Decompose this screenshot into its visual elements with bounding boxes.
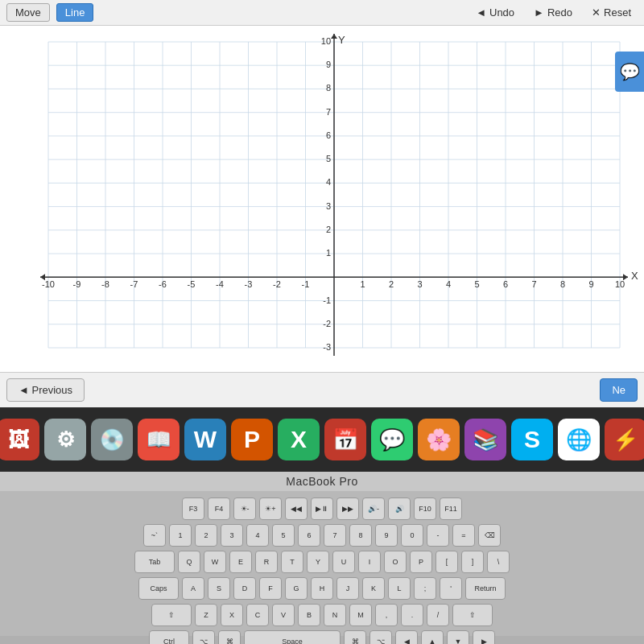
dock-icon-9[interactable]: 🌸	[418, 419, 460, 460]
key-F10[interactable]: F10	[414, 497, 436, 520]
next-button[interactable]: Ne	[600, 378, 638, 402]
key-D[interactable]: D	[233, 577, 256, 600]
dock-icon-8[interactable]: 💬	[371, 419, 413, 460]
key-0[interactable]: 0	[401, 524, 423, 547]
key-T[interactable]: T	[281, 551, 303, 573]
key-E[interactable]: E	[229, 551, 252, 573]
key-W[interactable]: W	[204, 551, 226, 573]
key-M[interactable]: M	[349, 604, 372, 626]
key-[interactable]: -	[427, 524, 449, 547]
key-6[interactable]: 6	[298, 524, 320, 547]
chat-icon: 💬	[620, 62, 640, 81]
dock-icon-11[interactable]: S	[511, 419, 553, 460]
key-K[interactable]: K	[362, 577, 385, 600]
key-Space[interactable]: Space	[244, 630, 341, 644]
dock-icon-3[interactable]: 📖	[138, 419, 180, 460]
key-Caps[interactable]: Caps	[138, 577, 179, 600]
key-Ctrl[interactable]: Ctrl	[149, 630, 189, 644]
key-F3[interactable]: F3	[182, 497, 204, 520]
key-[interactable]: =	[452, 524, 475, 547]
key-4[interactable]: 4	[246, 524, 269, 547]
dock-icon-2[interactable]: 💿	[91, 419, 133, 460]
key-F[interactable]: F	[259, 577, 282, 600]
previous-button[interactable]: ◄ Previous	[6, 378, 85, 402]
key-G[interactable]: G	[285, 577, 308, 600]
key-[interactable]: ,	[375, 604, 398, 626]
key-[interactable]: ▶⏸	[311, 497, 333, 520]
key-8[interactable]: 8	[349, 524, 372, 547]
key-S[interactable]: S	[208, 577, 230, 600]
key-[interactable]: ~`	[143, 524, 166, 547]
key-[interactable]: ▶▶	[336, 497, 359, 520]
undo-button[interactable]: ◄ Undo	[469, 4, 521, 21]
key-C[interactable]: C	[246, 604, 269, 626]
key-[interactable]: ☀+	[259, 497, 282, 520]
key-[interactable]: ⌘	[344, 630, 366, 644]
dock-icon-4[interactable]: W	[184, 419, 226, 460]
key-[interactable]: ⌥	[369, 630, 392, 644]
key-[interactable]: ◀◀	[285, 497, 308, 520]
key-Q[interactable]: Q	[178, 551, 200, 573]
key-Z[interactable]: Z	[195, 604, 217, 626]
key-2[interactable]: 2	[195, 524, 217, 547]
key-[interactable]: 🔊-	[362, 497, 385, 520]
key-[interactable]: ▲	[421, 630, 444, 644]
dock-icon-0[interactable]: 🖼	[0, 419, 39, 460]
dock-icon-6[interactable]: X	[278, 419, 320, 460]
key-[interactable]: ⌫	[478, 524, 501, 547]
key-U[interactable]: U	[332, 551, 355, 573]
key-[interactable]: ⌥	[192, 630, 215, 644]
key-3[interactable]: 3	[221, 524, 243, 547]
key-O[interactable]: O	[384, 551, 407, 573]
key-[interactable]: ◀	[395, 630, 418, 644]
key-B[interactable]: B	[298, 604, 320, 626]
key-Tab[interactable]: Tab	[134, 551, 175, 573]
dock-icon-7[interactable]: 📅	[324, 419, 366, 460]
key-[interactable]: ☀-	[233, 497, 256, 520]
dock-icon-1[interactable]: ⚙	[44, 419, 86, 460]
key-[interactable]: ⇧	[452, 604, 493, 626]
key-[interactable]: ▶	[473, 630, 495, 644]
key-Return[interactable]: Return	[465, 577, 506, 600]
key-[interactable]: \	[487, 551, 510, 573]
key-A[interactable]: A	[182, 577, 204, 600]
graph-area[interactable]: 💬	[0, 26, 644, 372]
key-[interactable]: ⌘	[218, 630, 241, 644]
key-X[interactable]: X	[221, 604, 243, 626]
chat-button[interactable]: 💬	[615, 52, 644, 92]
key-N[interactable]: N	[324, 604, 346, 626]
key-[interactable]: ]	[461, 551, 484, 573]
key-1[interactable]: 1	[169, 524, 192, 547]
dock-icon-5[interactable]: P	[231, 419, 273, 460]
key-[interactable]: ;	[414, 577, 436, 600]
key-[interactable]: ▼	[447, 630, 469, 644]
key-L[interactable]: L	[388, 577, 411, 600]
key-Y[interactable]: Y	[307, 551, 329, 573]
key-[interactable]: .	[401, 604, 423, 626]
dock-icon-12[interactable]: 🌐	[558, 419, 600, 460]
dock-icon-10[interactable]: 📚	[464, 419, 506, 460]
coordinate-graph[interactable]	[0, 26, 644, 372]
key-I[interactable]: I	[358, 551, 381, 573]
key-9[interactable]: 9	[375, 524, 398, 547]
key-[interactable]: 🔊	[388, 497, 411, 520]
key-V[interactable]: V	[272, 604, 295, 626]
key-row-2: TabQWERTYUIOP[]\	[134, 551, 510, 573]
redo-button[interactable]: ► Redo	[527, 4, 579, 21]
key-[interactable]: '	[440, 577, 462, 600]
key-R[interactable]: R	[255, 551, 278, 573]
move-button[interactable]: Move	[6, 3, 50, 22]
reset-button[interactable]: ✕ Reset	[585, 4, 638, 21]
key-P[interactable]: P	[410, 551, 432, 573]
key-H[interactable]: H	[311, 577, 333, 600]
line-button[interactable]: Line	[56, 3, 94, 22]
key-[interactable]: ⇧	[151, 604, 192, 626]
key-[interactable]: /	[427, 604, 449, 626]
key-J[interactable]: J	[336, 577, 359, 600]
key-5[interactable]: 5	[272, 524, 295, 547]
key-F11[interactable]: F11	[440, 497, 462, 520]
dock-icon-13[interactable]: ⚡	[605, 419, 644, 460]
key-7[interactable]: 7	[324, 524, 346, 547]
key-[interactable]: [	[436, 551, 458, 573]
key-F4[interactable]: F4	[208, 497, 230, 520]
